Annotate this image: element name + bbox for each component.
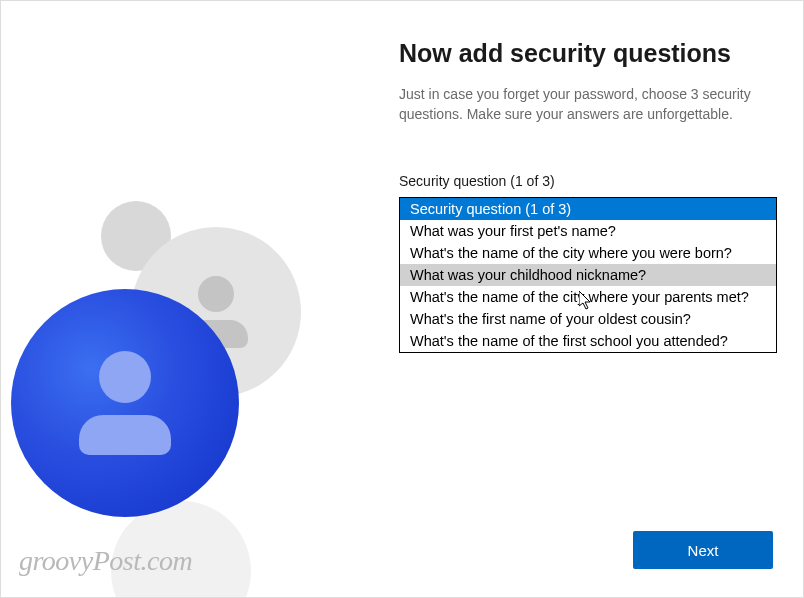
watermark: groovyPost.com	[19, 545, 192, 577]
page-subtitle: Just in case you forget your password, c…	[399, 84, 769, 125]
person-icon	[79, 351, 171, 455]
security-question-dropdown[interactable]: Security question (1 of 3)What was your …	[399, 197, 777, 353]
account-illustration	[1, 201, 361, 561]
dropdown-option[interactable]: What's the name of the first school you …	[400, 330, 776, 352]
dropdown-option[interactable]: What was your childhood nickname?	[400, 264, 776, 286]
next-button[interactable]: Next	[633, 531, 773, 569]
dropdown-option[interactable]: What was your first pet's name?	[400, 220, 776, 242]
dropdown-option[interactable]: What's the name of the city where you we…	[400, 242, 776, 264]
dropdown-option[interactable]: What's the first name of your oldest cou…	[400, 308, 776, 330]
security-question-label: Security question (1 of 3)	[399, 173, 769, 189]
dropdown-option[interactable]: What's the name of the city where your p…	[400, 286, 776, 308]
dropdown-option[interactable]: Security question (1 of 3)	[400, 198, 776, 220]
avatar-blue	[11, 289, 239, 517]
page-title: Now add security questions	[399, 39, 769, 68]
